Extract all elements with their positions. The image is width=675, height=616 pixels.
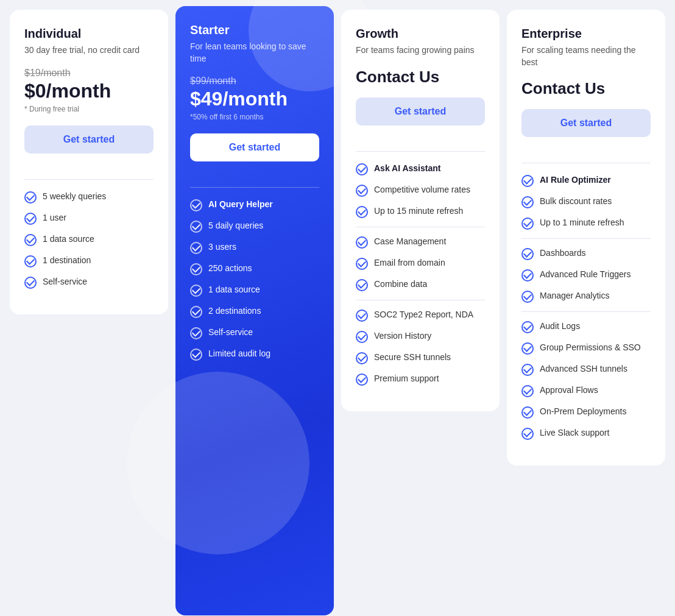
check-icon [356, 373, 368, 386]
list-item: Approval Flows [521, 384, 651, 397]
enterprise-get-started-button[interactable]: Get started [521, 109, 651, 137]
list-item: Competitive volume rates [356, 184, 485, 197]
check-icon [356, 279, 368, 291]
check-icon [190, 306, 202, 318]
plan-individual-price-note: * During free trial [24, 105, 154, 113]
plan-individual-name: Individual [24, 27, 154, 41]
check-icon [356, 236, 368, 249]
list-item: 2 destinations [190, 305, 319, 318]
check-icon [521, 269, 534, 281]
individual-feature-list: 5 weekly queries 1 user 1 data source 1 … [24, 191, 154, 289]
list-item: Advanced SSH tunnels [521, 363, 651, 376]
list-item: 5 weekly queries [24, 191, 154, 204]
list-item: Limited audit log [190, 348, 319, 361]
plan-starter-price-old: $99/month [190, 76, 319, 87]
list-item: Bulk discount rates [521, 196, 651, 208]
check-icon [24, 213, 37, 225]
check-icon [521, 342, 534, 355]
growth-feature-list: Ask AI Assistant Competitive volume rate… [356, 163, 485, 386]
list-item: 1 data source [190, 284, 319, 297]
check-icon [521, 196, 534, 208]
list-item: Up to 1 minute refresh [521, 217, 651, 230]
check-icon [521, 364, 534, 376]
check-icon [24, 255, 37, 267]
plan-starter-subtitle: For lean teams looking to save time [190, 41, 319, 65]
check-icon [521, 385, 534, 397]
check-icon [521, 175, 534, 187]
plan-individual-price-old: $19/month [24, 68, 154, 79]
enterprise-feature-list: AI Rule Optimizer Bulk discount rates Up… [521, 174, 651, 440]
list-item: Self-service [190, 327, 319, 339]
check-icon [24, 234, 37, 246]
list-item: 3 users [190, 241, 319, 254]
check-icon [521, 291, 534, 303]
list-item: Dashboards [521, 247, 651, 260]
check-icon [190, 285, 202, 297]
plan-growth-contact-us: Contact Us [356, 68, 485, 87]
plan-growth-subtitle: For teams facing growing pains [356, 44, 485, 57]
check-icon [190, 221, 202, 233]
list-item: 250 actions [190, 263, 319, 275]
check-icon [521, 428, 534, 440]
check-icon [190, 199, 202, 211]
plan-starter-price-current: $49/month [190, 88, 319, 110]
check-icon [521, 321, 534, 333]
starter-feature-list: AI Query Helper 5 daily queries 3 users … [190, 199, 319, 361]
list-item: Up to 15 minute refresh [356, 205, 485, 218]
list-item: Ask AI Assistant [356, 163, 485, 175]
check-icon [356, 352, 368, 364]
plan-enterprise-name: Enterprise [521, 27, 651, 41]
plan-growth: Growth For teams facing growing pains Co… [341, 10, 500, 411]
list-item: AI Query Helper [190, 199, 319, 211]
list-item: On-Prem Deployments [521, 406, 651, 419]
list-item: AI Rule Optimizer [521, 174, 651, 187]
plan-growth-name: Growth [356, 27, 485, 41]
check-icon [190, 242, 202, 254]
plan-individual-subtitle: 30 day free trial, no credit card [24, 44, 154, 57]
growth-get-started-button[interactable]: Get started [356, 97, 485, 126]
list-item: Secure SSH tunnels [356, 352, 485, 364]
check-icon [356, 185, 368, 197]
plan-enterprise: Enterprise For scaling teams needing the… [507, 10, 665, 466]
check-icon [356, 163, 368, 175]
list-item: 1 data source [24, 233, 154, 246]
list-item: 5 daily queries [190, 220, 319, 233]
list-item: SOC2 Type2 Report, NDA [356, 309, 485, 322]
list-item: Email from domain [356, 257, 485, 270]
list-item: Case Management [356, 236, 485, 249]
individual-get-started-button[interactable]: Get started [24, 126, 154, 154]
plan-starter: Starter For lean teams looking to save t… [175, 6, 334, 615]
list-item: 1 user [24, 212, 154, 225]
list-item: Audit Logs [521, 320, 651, 333]
plan-enterprise-contact-us: Contact Us [521, 79, 651, 98]
check-icon [356, 331, 368, 343]
check-icon [190, 327, 202, 339]
pricing-grid: Individual 30 day free trial, no credit … [6, 6, 669, 616]
plan-starter-price-note: *50% off first 6 months [190, 113, 319, 121]
check-icon [356, 310, 368, 322]
check-icon [190, 263, 202, 275]
list-item: Version History [356, 330, 485, 343]
check-icon [24, 191, 37, 204]
check-icon [356, 258, 368, 270]
starter-get-started-button[interactable]: Get started [190, 133, 319, 161]
plan-individual: Individual 30 day free trial, no credit … [10, 10, 168, 314]
list-item: Self-service [24, 276, 154, 289]
check-icon [356, 206, 368, 218]
list-item: 1 destination [24, 255, 154, 267]
check-icon [24, 277, 37, 289]
list-item: Live Slack support [521, 427, 651, 440]
plan-starter-name: Starter [190, 23, 319, 37]
check-icon [190, 349, 202, 361]
check-icon [521, 406, 534, 419]
check-icon [521, 248, 534, 260]
list-item: Advanced Rule Triggers [521, 269, 651, 281]
list-item: Manager Analytics [521, 290, 651, 303]
list-item: Group Permissions & SSO [521, 342, 651, 355]
plan-individual-price-current: $0/month [24, 80, 154, 102]
list-item: Premium support [356, 373, 485, 386]
plan-enterprise-subtitle: For scaling teams needing the best [521, 44, 651, 68]
list-item: Combine data [356, 278, 485, 291]
check-icon [521, 218, 534, 230]
